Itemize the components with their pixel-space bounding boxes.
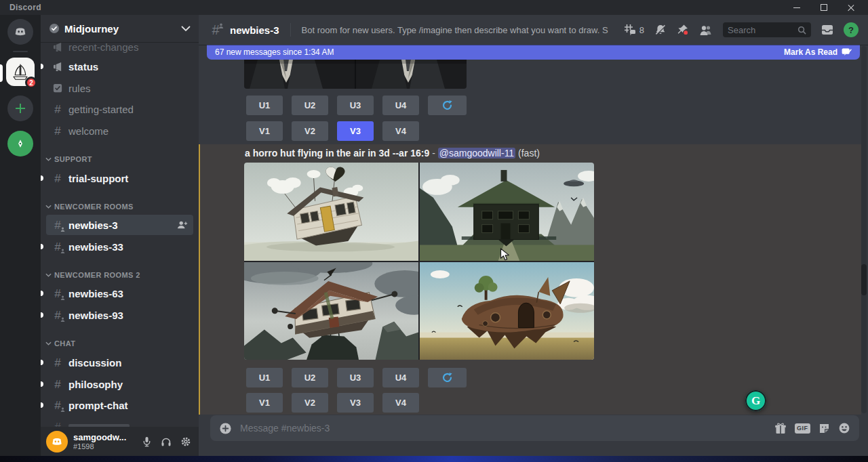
reroll-button[interactable] — [428, 96, 467, 115]
generated-image-1[interactable] — [244, 163, 418, 261]
rules-checklist-icon — [52, 83, 64, 93]
topbar-divider — [290, 23, 291, 37]
sticker-icon — [818, 423, 830, 434]
generated-image-2[interactable] — [420, 163, 594, 261]
sidebar-item-clipped[interactable]: # — [46, 417, 193, 427]
chevron-down-icon — [45, 273, 52, 277]
message-input[interactable]: Message #newbies-3 — [240, 423, 766, 434]
pinned-messages-button[interactable] — [677, 24, 689, 36]
sidebar-item-recent-changes[interactable]: recent-changes — [46, 42, 193, 57]
v4-button[interactable]: V4 — [382, 121, 419, 141]
chat-scrollbar[interactable] — [861, 46, 867, 413]
explore-button[interactable] — [7, 131, 33, 156]
inbox-button[interactable] — [821, 24, 833, 35]
u3-button[interactable]: U3 — [337, 96, 374, 115]
threads-button[interactable]: 8 — [623, 24, 644, 36]
unread-pill — [41, 381, 43, 387]
verified-badge-icon — [49, 23, 60, 34]
sidebar-item-discussion[interactable]: # discussion — [46, 352, 193, 373]
gear-icon[interactable] — [180, 436, 192, 448]
avatar[interactable] — [46, 431, 68, 453]
sidebar-item-trial-support[interactable]: # trial-support — [46, 168, 193, 188]
topbar-icons: 8 — [623, 22, 859, 37]
explore-compass-icon — [13, 136, 28, 151]
unread-pill — [41, 64, 43, 69]
upscale-row-msg2: U1 U2 U3 U4 — [246, 368, 467, 387]
sidebar-item-newbies-33[interactable]: # newbies-33 — [46, 236, 193, 257]
u4-button[interactable]: U4 — [382, 96, 419, 115]
member-list-button[interactable] — [699, 24, 713, 36]
u1-button[interactable]: U1 — [246, 96, 283, 115]
v3-button[interactable]: V3 — [337, 393, 374, 413]
discord-home-button[interactable] — [7, 19, 33, 45]
member-dot-icon — [60, 317, 65, 322]
channel-name: newbies-3 — [230, 24, 279, 36]
section-header-newcomer-rooms-2[interactable]: NEWCOMER ROOMS 2 — [45, 271, 140, 279]
variation-row-msg1: V1 V2 V3 V4 — [246, 121, 419, 141]
v2-button[interactable]: V2 — [292, 121, 328, 141]
microphone-icon[interactable] — [140, 436, 153, 448]
u4-button[interactable]: U4 — [382, 368, 419, 387]
search-input[interactable]: Search — [723, 22, 811, 37]
gift-button[interactable] — [774, 423, 787, 434]
v4-button[interactable]: V4 — [382, 393, 419, 413]
section-header-newcomer-rooms[interactable]: NEWCOMER ROOMS — [45, 203, 134, 211]
discord-app: { "window": { "title": "Discord" }, "rai… — [0, 0, 868, 462]
attach-plus-button[interactable] — [219, 422, 232, 435]
sticker-button[interactable] — [818, 423, 830, 434]
generated-image-3[interactable] — [244, 262, 418, 360]
v3-button-selected[interactable]: V3 — [337, 121, 374, 141]
v2-button[interactable]: V2 — [292, 393, 328, 413]
previous-generation-image[interactable] — [244, 60, 467, 89]
minimize-icon[interactable] — [792, 3, 802, 12]
reroll-button[interactable] — [428, 368, 467, 387]
hash-member-icon: # — [52, 288, 64, 299]
v1-button[interactable]: V1 — [246, 121, 283, 141]
sidebar-item-welcome[interactable]: # welcome — [46, 121, 193, 141]
mark-as-read-button[interactable]: Mark As Read — [784, 47, 852, 57]
scrollbar-thumb[interactable] — [861, 264, 867, 295]
u3-button[interactable]: U3 — [337, 368, 374, 387]
section-header-support[interactable]: SUPPORT — [45, 155, 92, 163]
v1-button[interactable]: V1 — [246, 393, 283, 413]
generated-image-4[interactable] — [420, 262, 594, 360]
user-mention[interactable]: @samgoodwill-11 — [438, 148, 515, 159]
megaphone-icon — [52, 62, 64, 71]
u1-button[interactable]: U1 — [246, 368, 283, 387]
add-server-button[interactable] — [7, 96, 33, 121]
maximize-icon[interactable] — [819, 3, 829, 12]
sidebar-item-newbies-93[interactable]: # newbies-93 — [46, 305, 193, 325]
u2-button[interactable]: U2 — [292, 96, 328, 115]
sidebar-item-prompt-chat[interactable]: # prompt-chat — [46, 395, 193, 415]
server-button-midjourney[interactable]: 2 — [6, 58, 35, 86]
server-rail: 2 — [0, 15, 41, 456]
gif-button[interactable]: GIF — [795, 423, 811, 434]
help-button[interactable]: ? — [844, 22, 859, 37]
sidebar-item-getting-started[interactable]: # getting-started — [46, 99, 193, 119]
server-header[interactable]: Midjourney — [41, 15, 199, 42]
upscale-row-msg1: U1 U2 U3 U4 — [246, 96, 467, 115]
emoji-button[interactable] — [838, 422, 850, 434]
sidebar-item-newbies-63[interactable]: # newbies-63 — [46, 283, 193, 303]
member-dot-icon — [60, 407, 65, 412]
grammarly-icon: G — [751, 394, 760, 408]
sidebar-item-status[interactable]: status — [46, 56, 193, 77]
notifications-muted-button[interactable] — [654, 24, 667, 36]
channel-topic[interactable]: Bot room for new users. Type /imagine th… — [302, 25, 608, 35]
channel-hash-icon: # — [208, 23, 223, 37]
headphones-icon[interactable] — [160, 436, 172, 448]
message-input-bar: Message #newbies-3 GIF — [210, 415, 859, 441]
sidebar-item-rules[interactable]: rules — [46, 78, 193, 98]
prompt-text: a horro hut flying in the air in 3d --ar… — [245, 148, 429, 159]
u2-button[interactable]: U2 — [292, 368, 328, 387]
invite-member-icon[interactable] — [177, 220, 188, 230]
gift-icon — [774, 423, 787, 434]
valley-house-image — [420, 163, 594, 261]
user-info[interactable]: samgoodw... #1598 — [73, 432, 135, 450]
new-messages-banner[interactable]: 67 new messages since 1:34 AM Mark As Re… — [207, 45, 860, 60]
section-header-chat[interactable]: CHAT — [45, 339, 75, 348]
grammarly-button[interactable]: G — [745, 390, 766, 411]
sidebar-item-newbies-3[interactable]: # newbies-3 — [46, 215, 193, 235]
sidebar-item-philosophy[interactable]: # philosophy — [46, 374, 193, 394]
close-icon[interactable] — [846, 3, 856, 12]
